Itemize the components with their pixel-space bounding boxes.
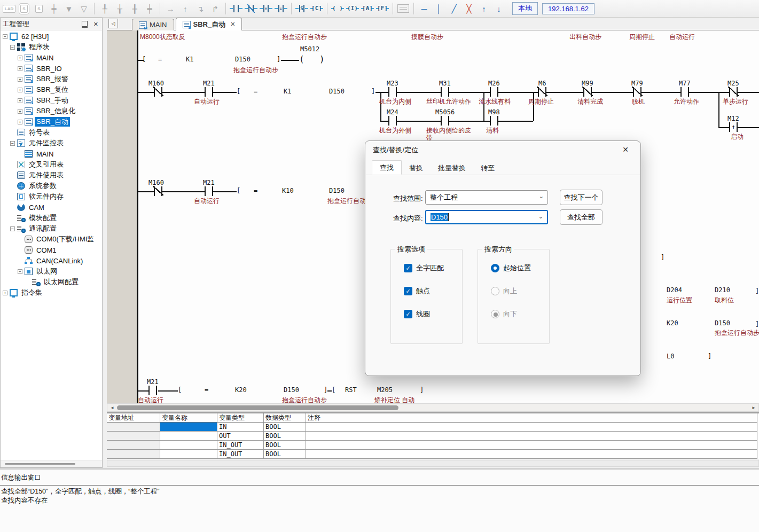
line-down-icon[interactable]: ↓ xyxy=(492,2,506,15)
device-text[interactable]: D150 xyxy=(329,187,345,194)
find-next-button[interactable]: 查找下一个 xyxy=(560,190,602,205)
expand-toggle[interactable]: − xyxy=(10,45,15,50)
cell[interactable]: IN_OUT xyxy=(217,450,264,459)
sfc-transition-icon[interactable]: S xyxy=(32,2,46,15)
checkbox-checked-icon[interactable]: ✓ xyxy=(404,310,412,318)
dialog-tab-item[interactable]: 批量替换 xyxy=(431,161,473,175)
tree-item[interactable]: +SSBR_复位 xyxy=(1,84,97,95)
contact-nc[interactable] xyxy=(154,87,162,97)
insert-network-icon[interactable]: ┿ xyxy=(47,2,61,15)
device-text[interactable]: D210 xyxy=(715,286,730,294)
tree-item[interactable]: +SSBR_IO xyxy=(1,63,97,74)
device-text[interactable]: ] xyxy=(420,386,424,394)
device-text[interactable]: M21 xyxy=(203,80,215,87)
device-text[interactable]: M205 xyxy=(377,386,393,394)
closed-contact-icon[interactable] xyxy=(244,2,258,15)
device-text[interactable]: D150 xyxy=(329,88,345,95)
device-text[interactable]: K20 xyxy=(667,319,678,327)
device-text[interactable]: D150 xyxy=(284,386,299,394)
device-text[interactable]: D150 xyxy=(715,319,730,327)
device-text[interactable]: = xyxy=(254,187,257,194)
cell[interactable] xyxy=(160,450,217,459)
device-text[interactable]: ] xyxy=(371,88,375,95)
application-instruction-icon[interactable]: [A] xyxy=(361,2,374,15)
pin-icon[interactable] xyxy=(82,21,88,28)
ladder-editor-icon[interactable]: LAD xyxy=(2,2,16,15)
cell[interactable]: OUT xyxy=(217,432,264,441)
device-text[interactable]: = xyxy=(205,386,208,394)
tree-item[interactable]: −程序块 xyxy=(1,42,97,52)
cell[interactable]: BOOL xyxy=(264,441,306,450)
cell[interactable]: BOOL xyxy=(264,423,306,432)
device-text[interactable]: [ xyxy=(178,386,182,394)
coil[interactable]: ) xyxy=(319,54,325,64)
tab-scroll-left-button[interactable]: ◁ xyxy=(108,19,118,28)
device-text[interactable]: ] xyxy=(324,386,327,394)
find-content-combo[interactable]: D150 ⌄ xyxy=(425,210,548,224)
device-text[interactable]: = xyxy=(254,88,257,95)
device-text[interactable]: [ xyxy=(332,386,335,394)
tree-item[interactable]: 以太网配置 xyxy=(1,277,97,287)
device-text[interactable]: D204 xyxy=(667,286,682,294)
tree-item[interactable]: +SSBR_信息化 xyxy=(1,106,97,116)
contact-no[interactable] xyxy=(680,87,689,97)
expand-toggle[interactable]: − xyxy=(3,34,7,39)
device-text[interactable]: M98 xyxy=(488,108,500,116)
radio-dis-sel-icon[interactable] xyxy=(491,310,499,318)
chevron-down-icon[interactable]: ⌄ xyxy=(539,193,544,200)
contact-nc[interactable] xyxy=(633,87,641,97)
tree-item[interactable]: 符号表 xyxy=(1,127,97,138)
tree-item[interactable]: CAN(CANLink) xyxy=(1,255,97,266)
device-text[interactable]: K10 xyxy=(282,187,294,194)
tree-item[interactable]: CAM xyxy=(1,202,97,213)
device-text[interactable]: RST xyxy=(345,386,357,394)
device-text[interactable]: ] xyxy=(661,254,664,261)
tree-item[interactable]: +SSBR_手动 xyxy=(1,95,97,106)
arrow-turn-up-icon[interactable]: ↱ xyxy=(208,2,222,15)
device-text[interactable]: M160 xyxy=(148,179,164,186)
sfc-step-icon[interactable]: S xyxy=(17,2,31,15)
open-contact-icon[interactable] xyxy=(229,2,243,15)
contact-nc[interactable] xyxy=(729,87,738,97)
device-text[interactable]: M25 xyxy=(727,80,739,87)
expand-toggle[interactable]: − xyxy=(10,226,15,231)
inverse-coil-icon[interactable]: (I) xyxy=(346,2,359,15)
device-text[interactable]: D150 xyxy=(235,56,251,63)
device-text[interactable]: K1 xyxy=(284,88,291,95)
device-text[interactable]: [ xyxy=(237,187,240,194)
scroll-left-arrow[interactable]: ◄ xyxy=(108,405,116,410)
tree-item[interactable]: 元件使用表 xyxy=(1,170,97,181)
cell[interactable] xyxy=(306,441,757,450)
device-text[interactable]: M23 xyxy=(387,80,398,87)
tree-item[interactable]: −元件监控表 xyxy=(1,138,97,148)
contact-no[interactable] xyxy=(205,87,213,97)
device-text[interactable]: ] xyxy=(277,56,280,63)
tree-item[interactable]: +SSBR_自动 xyxy=(1,116,97,127)
expand-toggle[interactable]: + xyxy=(18,88,22,92)
device-text[interactable]: M77 xyxy=(679,80,691,87)
device-text[interactable]: M31 xyxy=(439,80,451,87)
cell[interactable]: BOOL xyxy=(264,432,306,441)
tree-item[interactable]: MAIN xyxy=(1,148,97,159)
local-connection-button[interactable]: 本地 xyxy=(512,2,538,15)
editor-hscrollbar[interactable]: ◄ ► xyxy=(107,403,759,412)
tree-item[interactable]: −通讯配置 xyxy=(1,223,97,234)
line-up-icon[interactable]: ↑ xyxy=(477,2,491,15)
dialog-tab-item[interactable]: 替换 xyxy=(402,161,431,175)
contact-p[interactable] xyxy=(729,122,738,132)
arrow-right-icon[interactable]: → xyxy=(163,2,177,15)
tree-item[interactable]: +SSBR_报警 xyxy=(1,74,97,84)
rising-edge-contact-icon[interactable]: ↑ xyxy=(259,2,273,15)
find-scope-combo[interactable]: 整个工程 ⌄ xyxy=(425,190,548,205)
device-text[interactable]: M12 xyxy=(727,115,739,122)
device-text[interactable]: M21 xyxy=(147,378,159,386)
tree-item[interactable]: COM1 xyxy=(1,245,97,255)
scroll-right-arrow[interactable]: ► xyxy=(750,405,757,410)
device-text[interactable]: M21 xyxy=(203,179,215,186)
device-text[interactable]: [ xyxy=(142,56,146,63)
expand-toggle[interactable]: − xyxy=(10,141,15,146)
close-panel-icon[interactable]: ✕ xyxy=(92,21,100,28)
expand-toggle[interactable]: + xyxy=(18,66,22,71)
draw-vline-icon[interactable]: │ xyxy=(432,2,446,15)
draw-hline-icon[interactable]: ─ xyxy=(417,2,431,15)
